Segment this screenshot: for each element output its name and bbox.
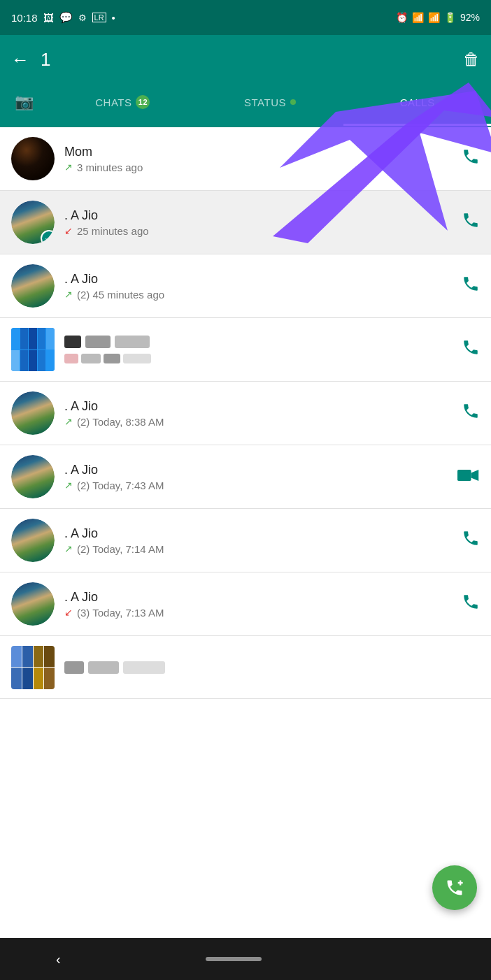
call-info-jio-4: . A Jio ↗ (2) Today, 7:43 AM [64,463,457,491]
call-name-jio-4: . A Jio [64,463,457,477]
wifi-icon: 📶 [412,12,424,23]
camera-icon: 📷 [15,93,34,111]
phone-icon-mom[interactable] [462,147,480,170]
tab-calls[interactable]: CALLS [343,84,491,126]
bottom-nav: ‹ [0,938,491,980]
call-meta-jio-2: ↗ (2) 45 minutes ago [64,289,462,301]
app-icon-2: LR [92,13,106,22]
call-item-blurred[interactable] [0,318,491,382]
call-info-jio-1: . A Jio ↙ 25 minutes ago [64,208,462,237]
call-name-jio-1: . A Jio [64,208,462,223]
tab-bar: 📷 CHATS 12 STATUS CALLS [0,84,491,127]
delete-button[interactable]: 🗑 [463,50,480,69]
arrow-out-icon-jio-5: ↗ [64,543,73,554]
action-bar-right: 🗑 [463,50,480,69]
call-name-jio-2: . A Jio [64,272,462,287]
call-info-jio-6: . A Jio ↙ (3) Today, 7:13 AM [64,590,462,619]
call-time-jio-5: (2) Today, 7:14 AM [77,543,164,555]
status-bar: 10:18 🖼 💬 ⚙ LR • ⏰ 📶 📶 🔋 92% [0,0,491,35]
avatar-jio-3 [11,391,55,435]
call-item-jio-1[interactable]: . A Jio ↙ 25 minutes ago [0,191,491,254]
call-meta-jio-3: ↗ (2) Today, 8:38 AM [64,416,462,428]
call-item-jio-4[interactable]: . A Jio ↗ (2) Today, 7:43 AM [0,445,491,509]
call-item-mom[interactable]: Mom ↗ 3 minutes ago [0,127,491,191]
call-meta-jio-1: ↙ 25 minutes ago [64,225,462,237]
call-info-mom: Mom ↗ 3 minutes ago [64,145,462,173]
video-icon-jio-4[interactable] [457,468,480,487]
phone-icon-blurred[interactable] [462,338,480,361]
action-bar: ← 1 🗑 [0,35,491,84]
phone-icon-jio-5[interactable] [462,529,480,552]
call-name-jio-5: . A Jio [64,526,462,541]
call-name-jio-3: . A Jio [64,399,462,414]
call-info-blurred [64,336,462,363]
time: 10:18 [11,12,38,24]
blurred-name-2 [64,661,480,674]
arrow-missed-icon-jio-6: ↙ [64,607,73,618]
call-time-jio-4: (2) Today, 7:43 AM [77,480,164,491]
call-name-jio-6: . A Jio [64,590,462,605]
svg-marker-1 [471,470,479,481]
tab-status-label: STATUS [244,96,286,108]
call-time-jio-3: (2) Today, 8:38 AM [77,416,164,428]
message-icon: 💬 [59,11,73,24]
avatar-jio-2 [11,264,55,308]
back-nav-button[interactable]: ‹ [56,951,61,967]
arrow-out-icon-mom: ↗ [64,161,73,173]
call-item-blurred-2[interactable] [0,636,491,699]
call-time-jio-2: (2) 45 minutes ago [77,289,164,301]
app-icon-1: ⚙ [78,13,87,23]
alarm-icon: ⏰ [396,12,408,23]
call-item-jio-2[interactable]: . A Jio ↗ (2) 45 minutes ago [0,254,491,318]
arrow-out-icon-jio-4: ↗ [64,480,73,491]
home-indicator[interactable] [206,957,262,961]
signal-icon: 📶 [428,12,440,23]
avatar-blurred [11,328,55,371]
avatar-jio-4 [11,455,55,498]
back-button[interactable]: ← [11,49,29,71]
tab-chats[interactable]: CHATS 12 [49,84,197,126]
phone-icon-jio-2[interactable] [462,275,480,297]
call-info-jio-5: . A Jio ↗ (2) Today, 7:14 AM [64,526,462,555]
new-call-fab[interactable] [432,865,477,910]
blurred-name-row [64,336,462,348]
gallery-icon: 🖼 [43,12,54,24]
status-bar-right: ⏰ 📶 📶 🔋 92% [396,12,480,23]
phone-icon-jio-3[interactable] [462,402,480,424]
checkmark-overlay [41,230,55,244]
tab-status[interactable]: STATUS [197,84,344,126]
dot-indicator: • [112,12,115,24]
phone-icon-jio-1[interactable] [462,211,480,233]
action-bar-left: ← 1 [11,49,50,71]
avatar-blurred-2 [11,646,55,689]
call-item-jio-6[interactable]: . A Jio ↙ (3) Today, 7:13 AM [0,572,491,636]
call-list: Mom ↗ 3 minutes ago . A Jio ↙ 25 minutes… [0,127,491,699]
call-meta-jio-4: ↗ (2) Today, 7:43 AM [64,480,457,491]
call-time-jio-1: 25 minutes ago [77,225,149,237]
chats-badge: 12 [136,95,150,109]
tab-camera[interactable]: 📷 [0,84,49,126]
tab-calls-label: CALLS [400,96,435,108]
avatar-mom [11,137,55,180]
call-meta-jio-5: ↗ (2) Today, 7:14 AM [64,543,462,555]
call-info-jio-2: . A Jio ↗ (2) 45 minutes ago [64,272,462,301]
arrow-missed-icon-jio-1: ↙ [64,225,73,236]
call-time-jio-6: (3) Today, 7:13 AM [77,607,164,619]
status-dot-indicator [290,99,296,105]
avatar-jio-6 [11,582,55,626]
call-meta-mom: ↗ 3 minutes ago [64,161,462,173]
svg-rect-0 [457,470,471,481]
phone-icon-jio-6[interactable] [462,593,480,615]
call-time-mom: 3 minutes ago [77,161,143,173]
status-bar-left: 10:18 🖼 💬 ⚙ LR • [11,11,115,24]
blurred-meta-row [64,354,462,363]
call-meta-jio-6: ↙ (3) Today, 7:13 AM [64,607,462,619]
arrow-out-icon-jio-2: ↗ [64,289,73,300]
battery-percent: 92% [460,12,480,23]
avatar-jio-5 [11,519,55,562]
avatar-jio-1 [11,201,55,244]
arrow-out-icon-jio-3: ↗ [64,416,73,427]
call-item-jio-3[interactable]: . A Jio ↗ (2) Today, 8:38 AM [0,382,491,445]
call-item-jio-5[interactable]: . A Jio ↗ (2) Today, 7:14 AM [0,509,491,572]
call-name-mom: Mom [64,145,462,159]
